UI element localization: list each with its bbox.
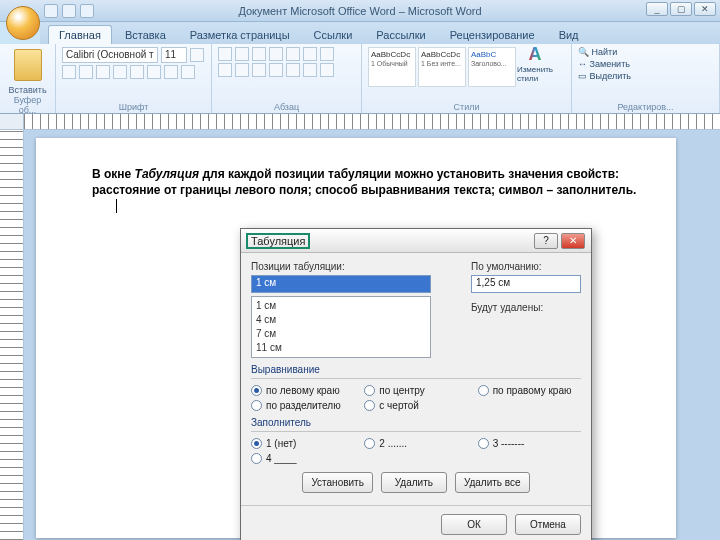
tab-references[interactable]: Ссылки	[303, 25, 364, 44]
cancel-button[interactable]: Отмена	[515, 514, 581, 535]
list-item[interactable]: 11 см	[256, 341, 426, 355]
set-button[interactable]: Установить	[302, 472, 373, 493]
paste-icon[interactable]	[14, 49, 42, 81]
borders-icon[interactable]	[320, 63, 334, 77]
tab-insert[interactable]: Вставка	[114, 25, 177, 44]
show-marks-icon[interactable]	[320, 47, 334, 61]
font-size-combo[interactable]: 11	[161, 47, 187, 63]
dialog-body: Позиции табуляции: 1 см 1 см 4 см 7 см 1…	[241, 253, 591, 505]
tab-position-label: Позиции табуляции:	[251, 261, 451, 272]
align-right-icon[interactable]	[252, 63, 266, 77]
close-window-button[interactable]: ✕	[694, 2, 716, 16]
grow-font-icon[interactable]	[190, 48, 204, 62]
align-center-icon[interactable]	[235, 63, 249, 77]
sort-icon[interactable]	[303, 47, 317, 61]
list-item[interactable]: 4 см	[256, 313, 426, 327]
tabulation-dialog: Табуляция ? ✕ Позиции табуляции: 1 см 1 …	[240, 228, 592, 540]
font-color-icon[interactable]	[181, 65, 195, 79]
replace-button[interactable]: ↔ Заменить	[578, 59, 713, 69]
alignment-radios: по левому краю по центру по правому краю…	[251, 385, 581, 411]
align-justify-icon[interactable]	[269, 63, 283, 77]
dialog-help-button[interactable]: ?	[534, 233, 558, 249]
strike-icon[interactable]	[113, 65, 127, 79]
leader-radios: 1 (нет) 2 ....... 3 ------- 4 ____	[251, 438, 581, 464]
italic-icon[interactable]	[79, 65, 93, 79]
leader-under-radio[interactable]: 4 ____	[251, 453, 354, 464]
vertical-ruler[interactable]	[0, 130, 24, 540]
multilevel-icon[interactable]	[252, 47, 266, 61]
tab-position-input[interactable]: 1 см	[251, 275, 431, 293]
style-preview-2: AaBbCcDc	[421, 50, 460, 59]
tab-mailings[interactable]: Рассылки	[365, 25, 436, 44]
style-gallery[interactable]: AaBbCcDc1 Обычный AaBbCcDc1 Без инте... …	[368, 47, 516, 87]
align-left-icon[interactable]	[218, 63, 232, 77]
bold-icon[interactable]	[62, 65, 76, 79]
radio-icon	[251, 453, 262, 464]
list-item[interactable]: 7 см	[256, 327, 426, 341]
radio-icon	[364, 385, 375, 396]
numbering-icon[interactable]	[235, 47, 249, 61]
clear-button[interactable]: Удалить	[381, 472, 447, 493]
indent-dec-icon[interactable]	[269, 47, 283, 61]
list-item[interactable]: 1 см	[256, 299, 426, 313]
default-tab-input[interactable]: 1,25 см	[471, 275, 581, 293]
align-decimal-radio[interactable]: по разделителю	[251, 400, 354, 411]
qat-redo-icon[interactable]	[80, 4, 94, 18]
ruler-scale	[24, 114, 720, 129]
tab-page-layout[interactable]: Разметка страницы	[179, 25, 301, 44]
align-left-label: по левому краю	[266, 385, 340, 396]
radio-icon	[364, 438, 375, 449]
qat-undo-icon[interactable]	[62, 4, 76, 18]
radio-icon	[478, 385, 489, 396]
titlebar: Документ Microsoft Office Word – Microso…	[0, 0, 720, 22]
line-spacing-icon[interactable]	[286, 63, 300, 77]
default-tab-label: По умолчанию:	[471, 261, 581, 272]
align-right-radio[interactable]: по правому краю	[478, 385, 581, 396]
radio-icon	[251, 438, 262, 449]
tab-position-list[interactable]: 1 см 4 см 7 см 11 см	[251, 296, 431, 358]
leader-none-label: 1 (нет)	[266, 438, 296, 449]
ruler-corner	[0, 114, 24, 129]
dialog-titlebar[interactable]: Табуляция ? ✕	[241, 229, 591, 253]
subscript-icon[interactable]	[130, 65, 144, 79]
qat-save-icon[interactable]	[44, 4, 58, 18]
alignment-group-label: Выравнивание	[251, 364, 581, 375]
leader-dots-radio[interactable]: 2 .......	[364, 438, 467, 449]
group-styles: AaBbCcDc1 Обычный AaBbCcDc1 Без инте... …	[362, 44, 572, 113]
titlebar-text: Документ Microsoft Office Word – Microso…	[238, 5, 481, 17]
find-label: Найти	[592, 47, 618, 57]
clear-all-button[interactable]: Удалить все	[455, 472, 530, 493]
document-paragraph: В окне Табуляция для каждой позиции табу…	[92, 166, 638, 198]
replace-label: Заменить	[590, 59, 630, 69]
dialog-close-button[interactable]: ✕	[561, 233, 585, 249]
select-button[interactable]: ▭ Выделить	[578, 71, 713, 81]
find-button[interactable]: 🔍 Найти	[578, 47, 713, 57]
doc-text-italic: Табуляция	[135, 167, 200, 181]
minimize-button[interactable]: _	[646, 2, 668, 16]
quick-access-toolbar	[44, 4, 94, 18]
align-center-radio[interactable]: по центру	[364, 385, 467, 396]
tab-home[interactable]: Главная	[48, 25, 112, 44]
radio-icon	[478, 438, 489, 449]
underline-icon[interactable]	[96, 65, 110, 79]
superscript-icon[interactable]	[147, 65, 161, 79]
align-bar-radio[interactable]: с чертой	[364, 400, 467, 411]
highlight-icon[interactable]	[164, 65, 178, 79]
leader-dashes-radio[interactable]: 3 -------	[478, 438, 581, 449]
tab-view[interactable]: Вид	[548, 25, 590, 44]
office-button[interactable]	[6, 6, 40, 40]
leader-none-radio[interactable]: 1 (нет)	[251, 438, 354, 449]
indent-inc-icon[interactable]	[286, 47, 300, 61]
font-name-combo[interactable]: Calibri (Основной т	[62, 47, 158, 63]
tab-review[interactable]: Рецензирование	[439, 25, 546, 44]
dialog-mid-actions: Установить Удалить Удалить все	[251, 472, 581, 493]
shading-icon[interactable]	[303, 63, 317, 77]
horizontal-ruler[interactable]	[0, 114, 720, 130]
align-right-label: по правому краю	[493, 385, 572, 396]
ribbon-tabs: Главная Вставка Разметка страницы Ссылки…	[40, 22, 720, 44]
ok-button[interactable]: ОК	[441, 514, 507, 535]
bullets-icon[interactable]	[218, 47, 232, 61]
align-left-radio[interactable]: по левому краю	[251, 385, 354, 396]
maximize-button[interactable]: ▢	[670, 2, 692, 16]
change-styles-button[interactable]: A Изменить стили	[520, 47, 550, 79]
